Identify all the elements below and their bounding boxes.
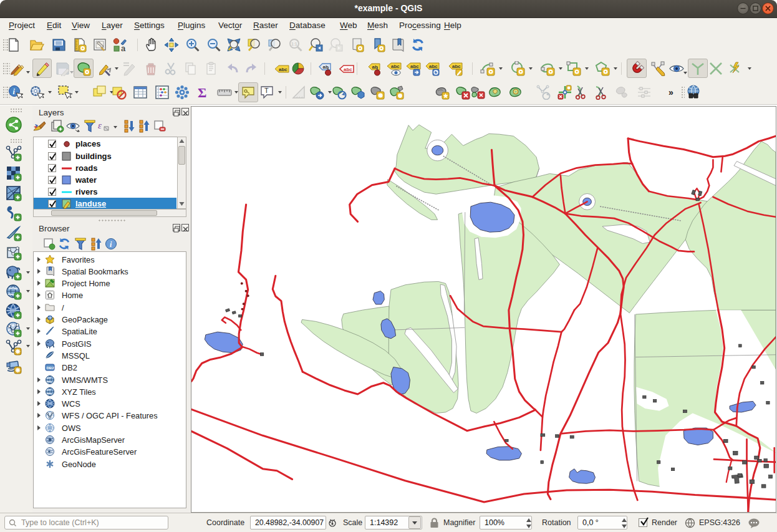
svg-text:DB2: DB2 bbox=[47, 366, 55, 370]
svg-text:abc: abc bbox=[391, 64, 400, 69]
svg-text:abc: abc bbox=[410, 64, 419, 69]
svg-text:abc: abc bbox=[452, 64, 461, 69]
svg-text:1:1: 1:1 bbox=[291, 42, 297, 46]
svg-text:abc: abc bbox=[279, 67, 287, 72]
svg-text:abc: abc bbox=[429, 64, 438, 69]
svg-text:T: T bbox=[264, 87, 269, 94]
svg-text:Σ: Σ bbox=[198, 85, 206, 100]
svg-text:abc: abc bbox=[344, 67, 352, 72]
svg-text:a: a bbox=[121, 44, 126, 52]
svg-text:ε: ε bbox=[98, 120, 102, 130]
